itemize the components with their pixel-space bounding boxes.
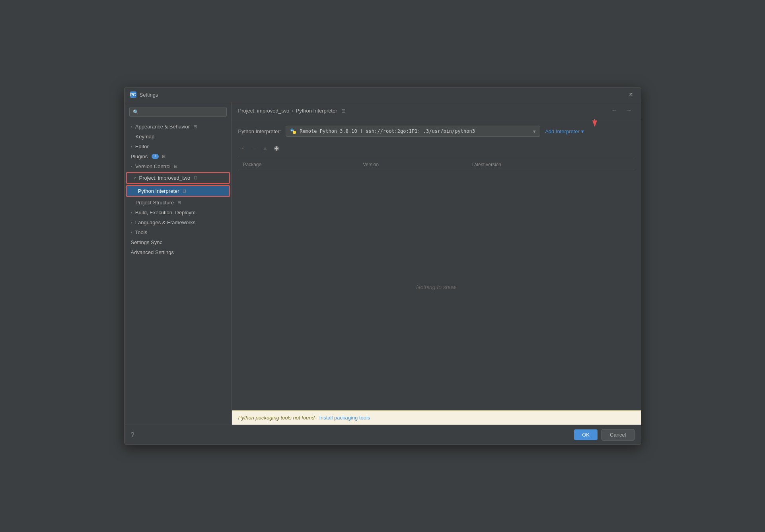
cancel-button[interactable]: Cancel — [601, 429, 634, 441]
interpreter-label: Python Interpreter: — [238, 128, 281, 134]
add-package-button[interactable]: + — [238, 143, 248, 153]
forward-button[interactable]: → — [623, 106, 635, 115]
window-title: Settings — [140, 92, 158, 98]
search-input[interactable] — [141, 109, 223, 115]
sidebar-item-label: Project: improved_two — [139, 175, 191, 181]
sidebar-item-advanced[interactable]: Advanced Settings — [125, 247, 232, 257]
settings-icon: ⊟ — [161, 154, 167, 159]
sidebar-item-languages[interactable]: › Languages & Frameworks — [125, 217, 232, 227]
sidebar-item-build[interactable]: › Build, Execution, Deploym. — [125, 208, 232, 217]
python-icon: Py — [290, 128, 296, 134]
chevron-right-icon: › — [131, 164, 132, 169]
packaging-warning-text: Python packaging tools not found· — [238, 415, 316, 421]
chevron-right-icon: › — [131, 144, 132, 149]
search-icon: 🔍 — [133, 109, 139, 115]
sidebar-item-label: Plugins — [131, 153, 148, 159]
chevron-right-icon: › — [131, 230, 132, 235]
sidebar-item-label: Appearance & Behavior — [135, 124, 190, 130]
sidebar-item-version-control[interactable]: › Version Control ⊟ — [125, 161, 232, 171]
sidebar-item-editor[interactable]: › Editor — [125, 142, 232, 151]
nav-buttons: ← → — [609, 106, 635, 115]
chevron-right-icon: › — [131, 124, 132, 129]
chevron-right-icon: › — [131, 220, 132, 225]
app-icon: PC — [130, 91, 136, 98]
interpreter-value: Remote Python 3.8.10 ( ssh://root:2go:1P… — [300, 128, 530, 134]
sidebar: 🔍 › Appearance & Behavior ⊟ Keymap › Edi… — [125, 102, 232, 425]
ok-button[interactable]: OK — [574, 429, 598, 440]
sidebar-item-project-structure[interactable]: Project Structure ⊟ — [125, 198, 232, 208]
content-area: Python Interpreter: Py Remote Python 3.8… — [232, 119, 641, 410]
sidebar-item-label: Editor — [135, 144, 149, 150]
add-interpreter-button[interactable]: Add Interpreter ▾ — [545, 128, 584, 134]
main-panel: Project: improved_two › Python Interpret… — [232, 102, 641, 425]
settings-icon: ⊟ — [193, 175, 198, 181]
col-version: Version — [358, 159, 467, 170]
packaging-warning-bar: Python packaging tools not found· Instal… — [232, 410, 641, 425]
interpreter-dropdown[interactable]: Py Remote Python 3.8.10 ( ssh://root:2go… — [286, 126, 540, 137]
sidebar-item-tools[interactable]: › Tools — [125, 227, 232, 237]
interpreter-row: Python Interpreter: Py Remote Python 3.8… — [238, 126, 635, 137]
title-bar: PC Settings × — [125, 87, 641, 102]
sidebar-item-keymap[interactable]: Keymap — [125, 132, 232, 142]
sidebar-item-label: Tools — [135, 229, 147, 235]
plugins-badge: 7 — [152, 154, 159, 159]
sidebar-item-python-interpreter[interactable]: Python Interpreter ⊟ — [126, 185, 230, 197]
chevron-down-icon: ∨ — [133, 176, 136, 180]
sidebar-item-plugins[interactable]: Plugins 7 ⊟ — [125, 151, 232, 161]
dropdown-arrow-icon: ▾ — [533, 128, 536, 134]
chevron-right-icon: › — [131, 210, 132, 215]
search-box[interactable]: 🔍 — [129, 107, 227, 117]
settings-icon: ⊟ — [173, 164, 179, 169]
sidebar-item-label: Version Control — [135, 163, 171, 169]
sidebar-item-label: Project Structure — [136, 200, 174, 206]
sidebar-item-label: Languages & Frameworks — [135, 219, 196, 225]
sidebar-item-label: Keymap — [136, 134, 155, 140]
remove-package-button[interactable]: − — [249, 143, 259, 153]
main-content: 🔍 › Appearance & Behavior ⊟ Keymap › Edi… — [125, 102, 641, 425]
settings-icon: ⊟ — [182, 188, 187, 194]
title-bar-left: PC Settings — [130, 91, 158, 98]
col-latest-version: Latest version — [467, 159, 634, 170]
sidebar-item-label: Python Interpreter — [138, 188, 179, 194]
sidebar-item-project[interactable]: ∨ Project: improved_two ⊟ — [126, 172, 230, 184]
breadcrumb-current: Python Interpreter — [296, 108, 337, 114]
help-button[interactable]: ? — [131, 431, 134, 439]
breadcrumb-project: Project: improved_two — [238, 108, 290, 114]
settings-icon: ⊟ — [176, 200, 182, 206]
toolbar: + − ▲ ◉ — [238, 143, 635, 156]
empty-state: Nothing to show — [238, 170, 635, 404]
settings-icon: ⊟ — [341, 108, 346, 114]
package-table: Package Version Latest version — [238, 159, 635, 170]
back-button[interactable]: ← — [609, 106, 620, 115]
sidebar-item-label: Advanced Settings — [131, 249, 174, 255]
move-up-button[interactable]: ▲ — [261, 143, 270, 153]
settings-dialog: PC Settings × 🔍 › Appearance & Behavior … — [124, 87, 641, 445]
close-button[interactable]: × — [627, 91, 635, 99]
sidebar-item-label: Settings Sync — [131, 239, 163, 245]
dialog-footer: ? OK Cancel — [125, 425, 641, 445]
sidebar-item-settings-sync[interactable]: Settings Sync — [125, 237, 232, 247]
col-package: Package — [238, 159, 358, 170]
show-options-button[interactable]: ◉ — [272, 143, 281, 153]
install-packaging-link[interactable]: Install packaging tools — [319, 415, 370, 421]
breadcrumb-separator: › — [292, 108, 293, 114]
breadcrumb: Project: improved_two › Python Interpret… — [238, 108, 346, 114]
panel-header: Project: improved_two › Python Interpret… — [232, 102, 641, 119]
svg-text:Py: Py — [291, 129, 294, 132]
sidebar-item-appearance[interactable]: › Appearance & Behavior ⊟ — [125, 122, 232, 132]
sidebar-item-label: Build, Execution, Deploym. — [135, 210, 197, 216]
settings-icon: ⊟ — [192, 124, 198, 130]
